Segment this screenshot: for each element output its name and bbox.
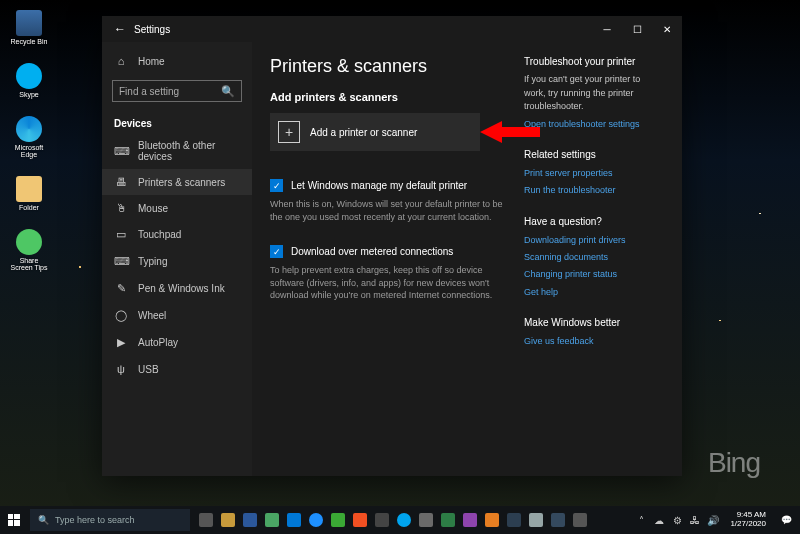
taskbar-app[interactable] bbox=[306, 506, 326, 534]
sidebar-group-header: Devices bbox=[102, 112, 252, 133]
tray-network-icon[interactable]: 🖧 bbox=[688, 513, 702, 527]
recycle-bin-icon bbox=[16, 10, 42, 36]
sidebar-item-pen[interactable]: ✎Pen & Windows Ink bbox=[102, 275, 252, 302]
taskbar-app[interactable] bbox=[262, 506, 282, 534]
sidebar-item-bluetooth[interactable]: ⌨Bluetooth & other devices bbox=[102, 133, 252, 169]
sidebar-home[interactable]: ⌂ Home bbox=[102, 48, 252, 74]
taskbar-app[interactable] bbox=[240, 506, 260, 534]
sidebar-item-label: Mouse bbox=[138, 203, 168, 214]
sidebar-item-touchpad[interactable]: ▭Touchpad bbox=[102, 221, 252, 248]
troubleshoot-text: If you can't get your printer to work, t… bbox=[524, 73, 664, 114]
taskbar-app[interactable] bbox=[438, 506, 458, 534]
content-area: Printers & scanners Add printers & scann… bbox=[252, 42, 682, 476]
taskbar-app[interactable] bbox=[328, 506, 348, 534]
troubleshoot-link[interactable]: Open troubleshooter settings bbox=[524, 117, 664, 131]
taskbar-app[interactable] bbox=[526, 506, 546, 534]
windows-icon bbox=[8, 514, 20, 526]
q-link-help[interactable]: Get help bbox=[524, 285, 664, 299]
feedback-link[interactable]: Give us feedback bbox=[524, 334, 664, 348]
tray-chevron-icon[interactable]: ˄ bbox=[634, 513, 648, 527]
taskbar-app[interactable] bbox=[284, 506, 304, 534]
desktop-icon-recycle-bin[interactable]: Recycle Bin bbox=[8, 10, 50, 45]
desktop-icon-share[interactable]: Share Screen Tips bbox=[8, 229, 50, 271]
taskbar-app[interactable] bbox=[482, 506, 502, 534]
wheel-icon: ◯ bbox=[114, 309, 128, 322]
taskbar-app[interactable] bbox=[548, 506, 568, 534]
search-icon: 🔍 bbox=[221, 85, 235, 98]
desktop-icon-folder[interactable]: Folder bbox=[8, 176, 50, 211]
tray-icon[interactable]: ☁ bbox=[652, 513, 666, 527]
taskbar-app[interactable] bbox=[350, 506, 370, 534]
maximize-button[interactable]: ☐ bbox=[622, 16, 652, 42]
svg-rect-4 bbox=[14, 520, 20, 526]
sidebar-item-autoplay[interactable]: ▶AutoPlay bbox=[102, 329, 252, 356]
settings-window: ← Settings ─ ☐ ✕ ⌂ Home Find a setting 🔍… bbox=[102, 16, 682, 476]
start-button[interactable] bbox=[0, 514, 28, 526]
bluetooth-icon: ⌨ bbox=[114, 145, 128, 158]
taskbar-app[interactable] bbox=[460, 506, 480, 534]
add-printer-label: Add a printer or scanner bbox=[310, 127, 417, 138]
taskbar-app[interactable] bbox=[372, 506, 392, 534]
desktop-icon-label: Recycle Bin bbox=[11, 38, 48, 45]
desktop-icon-label: Folder bbox=[19, 204, 39, 211]
search-icon: 🔍 bbox=[38, 515, 49, 525]
metered-checkbox-row[interactable]: ✓ Download over metered connections bbox=[270, 245, 506, 258]
titlebar[interactable]: ← Settings ─ ☐ ✕ bbox=[102, 16, 682, 42]
tray-volume-icon[interactable]: 🔊 bbox=[706, 513, 720, 527]
q-link-scanning[interactable]: Scanning documents bbox=[524, 250, 664, 264]
taskbar-app[interactable] bbox=[504, 506, 524, 534]
touchpad-icon: ▭ bbox=[114, 228, 128, 241]
taskbar-clock[interactable]: 9:45 AM 1/27/2020 bbox=[724, 511, 772, 529]
taskbar-date: 1/27/2020 bbox=[730, 520, 766, 529]
related-link-troubleshooter[interactable]: Run the troubleshooter bbox=[524, 183, 664, 197]
taskbar-app[interactable] bbox=[218, 506, 238, 534]
minimize-button[interactable]: ─ bbox=[592, 16, 622, 42]
system-tray: ˄ ☁ ⚙ 🖧 🔊 9:45 AM 1/27/2020 💬 bbox=[634, 511, 800, 529]
q-link-status[interactable]: Changing printer status bbox=[524, 267, 664, 281]
sidebar-item-label: Wheel bbox=[138, 310, 166, 321]
back-button[interactable]: ← bbox=[110, 22, 130, 36]
plus-icon: + bbox=[278, 121, 300, 143]
metered-label: Download over metered connections bbox=[291, 246, 453, 257]
sidebar-item-mouse[interactable]: 🖱Mouse bbox=[102, 195, 252, 221]
better-title: Make Windows better bbox=[524, 317, 664, 328]
action-center-button[interactable]: 💬 bbox=[776, 515, 796, 525]
checkmark-icon: ✓ bbox=[270, 245, 283, 258]
taskbar-app[interactable] bbox=[394, 506, 414, 534]
sidebar-item-label: AutoPlay bbox=[138, 337, 178, 348]
sidebar-home-label: Home bbox=[138, 56, 165, 67]
desktop-icon-edge[interactable]: Microsoft Edge bbox=[8, 116, 50, 158]
desktop-icon-label: Share Screen Tips bbox=[8, 257, 50, 271]
taskbar-app[interactable] bbox=[416, 506, 436, 534]
q-link-drivers[interactable]: Downloading print drivers bbox=[524, 233, 664, 247]
task-view-button[interactable] bbox=[196, 506, 216, 534]
window-title: Settings bbox=[130, 24, 592, 35]
pen-icon: ✎ bbox=[114, 282, 128, 295]
default-printer-description: When this is on, Windows will set your d… bbox=[270, 198, 506, 223]
svg-marker-0 bbox=[480, 121, 540, 143]
tray-icon[interactable]: ⚙ bbox=[670, 513, 684, 527]
sidebar-item-usb[interactable]: ψUSB bbox=[102, 356, 252, 382]
taskbar-app[interactable] bbox=[570, 506, 590, 534]
sidebar-item-label: USB bbox=[138, 364, 159, 375]
folder-icon bbox=[16, 176, 42, 202]
right-column: Troubleshoot your printer If you can't g… bbox=[524, 56, 664, 462]
add-printer-button[interactable]: + Add a printer or scanner bbox=[270, 113, 480, 151]
usb-icon: ψ bbox=[114, 363, 128, 375]
default-printer-checkbox-row[interactable]: ✓ Let Windows manage my default printer bbox=[270, 179, 506, 192]
sidebar-item-typing[interactable]: ⌨Typing bbox=[102, 248, 252, 275]
sidebar-item-printers[interactable]: 🖶Printers & scanners bbox=[102, 169, 252, 195]
desktop-icon-skype[interactable]: Skype bbox=[8, 63, 50, 98]
sidebar-item-label: Printers & scanners bbox=[138, 177, 225, 188]
sidebar-item-label: Typing bbox=[138, 256, 167, 267]
search-input[interactable]: Find a setting 🔍 bbox=[112, 80, 242, 102]
sidebar-item-wheel[interactable]: ◯Wheel bbox=[102, 302, 252, 329]
related-link-print-server[interactable]: Print server properties bbox=[524, 166, 664, 180]
mouse-icon: 🖱 bbox=[114, 202, 128, 214]
svg-rect-2 bbox=[14, 514, 20, 519]
taskbar: 🔍 Type here to search ˄ ☁ ⚙ 🖧 🔊 9:45 AM … bbox=[0, 506, 800, 534]
share-icon bbox=[16, 229, 42, 255]
close-button[interactable]: ✕ bbox=[652, 16, 682, 42]
taskbar-search[interactable]: 🔍 Type here to search bbox=[30, 509, 190, 531]
desktop-icons: Recycle Bin Skype Microsoft Edge Folder … bbox=[8, 10, 50, 271]
